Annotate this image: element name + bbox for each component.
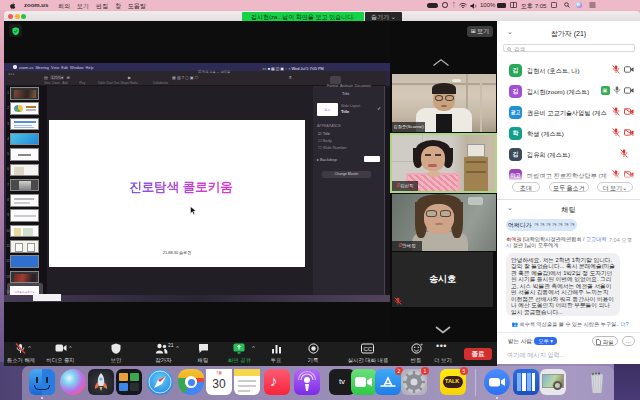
svg-text:CC: CC — [364, 346, 373, 352]
